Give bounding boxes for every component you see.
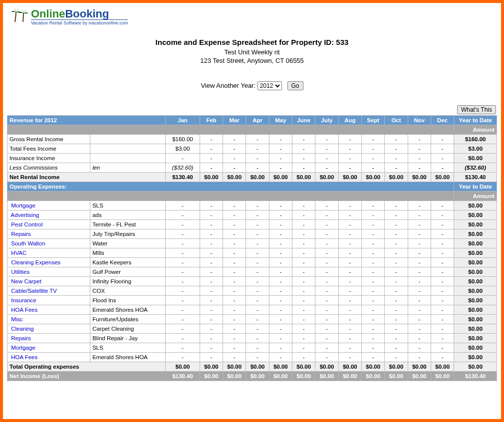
category-name[interactable]: Cleaning Expenses bbox=[7, 257, 90, 267]
cell: - bbox=[223, 286, 246, 295]
cell: - bbox=[385, 163, 408, 172]
cell: - bbox=[362, 238, 385, 248]
category-name[interactable]: Advertising bbox=[7, 210, 90, 219]
cell: - bbox=[431, 210, 454, 219]
cell: - bbox=[200, 153, 223, 163]
cell: - bbox=[269, 333, 292, 343]
page-title: Income and Expense Spreadsheet for Prope… bbox=[7, 38, 497, 46]
cell: - bbox=[431, 229, 454, 238]
category-name[interactable]: HOA Fees bbox=[7, 352, 90, 362]
cell: - bbox=[338, 305, 361, 314]
cell: - bbox=[200, 333, 223, 343]
cell: $0.00 bbox=[246, 172, 269, 182]
category-desc: Infinity Flooring bbox=[90, 276, 166, 286]
logo: OnlineBooking Vacation Rental Software b… bbox=[7, 7, 497, 29]
year-select[interactable]: 2012 bbox=[257, 81, 282, 90]
category-link[interactable]: HVAC bbox=[11, 250, 26, 256]
ytd-cell: $0.00 bbox=[454, 362, 497, 371]
cell: - bbox=[408, 286, 431, 295]
category-link[interactable]: New Carpet bbox=[11, 278, 41, 284]
cell: - bbox=[246, 229, 269, 238]
cell: - bbox=[269, 238, 292, 248]
cell: - bbox=[431, 276, 454, 286]
cell: - bbox=[362, 248, 385, 257]
ytd-cell: $0.00 bbox=[454, 286, 497, 295]
category-desc: Termite - FL Pest bbox=[90, 219, 166, 229]
category-link[interactable]: South Walton bbox=[11, 240, 45, 246]
ytd-cell: $0.00 bbox=[454, 295, 497, 305]
category-name[interactable]: Cable/Satellite TV bbox=[7, 286, 90, 295]
cell: - bbox=[223, 229, 246, 238]
category-link[interactable]: HOA Fees bbox=[11, 307, 37, 313]
category-link[interactable]: Utilities bbox=[11, 269, 29, 275]
category-link[interactable]: Misc bbox=[11, 316, 23, 322]
category-link[interactable]: Cable/Satellite TV bbox=[11, 288, 57, 294]
cell: $0.00 bbox=[431, 172, 454, 182]
cell: - bbox=[269, 219, 292, 229]
category-name[interactable]: South Walton bbox=[7, 238, 90, 248]
cell: - bbox=[292, 286, 315, 295]
category-link[interactable]: Cleaning bbox=[11, 326, 33, 332]
category-link[interactable]: Repairs bbox=[11, 335, 31, 341]
ytd-cell: $130.40 bbox=[454, 172, 497, 182]
cell: - bbox=[269, 276, 292, 286]
cell: $0.00 bbox=[223, 362, 246, 371]
cell: - bbox=[269, 295, 292, 305]
category-name[interactable]: Mortgage bbox=[7, 343, 90, 352]
revenue-heading: Revenue for 2012 bbox=[7, 115, 166, 125]
cell: - bbox=[166, 229, 200, 238]
category-link[interactable]: Pest Control bbox=[11, 221, 42, 227]
category-link[interactable]: Advertising bbox=[11, 212, 39, 218]
cell: - bbox=[408, 257, 431, 267]
cell: - bbox=[408, 229, 431, 238]
cell: - bbox=[362, 286, 385, 295]
cell: - bbox=[315, 248, 338, 257]
category-link[interactable]: Repairs bbox=[11, 231, 31, 237]
category-desc: Carpet Cleaning bbox=[90, 324, 166, 333]
category-link[interactable]: HOA Fees bbox=[11, 354, 37, 360]
cell: - bbox=[315, 219, 338, 229]
category-name[interactable]: Repairs bbox=[7, 333, 90, 343]
category-name[interactable]: Mortgage bbox=[7, 201, 90, 210]
category-name[interactable]: Repairs bbox=[7, 229, 90, 238]
cell: - bbox=[223, 305, 246, 314]
cell: - bbox=[223, 134, 246, 144]
cell: - bbox=[431, 201, 454, 210]
cell: - bbox=[315, 267, 338, 276]
category-link[interactable]: Cleaning Expenses bbox=[11, 259, 60, 265]
cell: - bbox=[269, 324, 292, 333]
cell: $0.00 bbox=[200, 371, 223, 381]
category-name[interactable]: HVAC bbox=[7, 248, 90, 257]
go-button[interactable]: Go bbox=[287, 81, 303, 90]
cell: - bbox=[223, 238, 246, 248]
cell: - bbox=[166, 286, 200, 295]
category-link[interactable]: Mortgage bbox=[11, 203, 35, 209]
category-name[interactable]: HOA Fees bbox=[7, 305, 90, 314]
table-row: CleaningCarpet Cleaning------------$0.00 bbox=[7, 324, 497, 333]
cell: $0.00 bbox=[408, 172, 431, 182]
cell: - bbox=[362, 333, 385, 343]
cell: - bbox=[223, 201, 246, 210]
cell: - bbox=[408, 144, 431, 153]
category-link[interactable]: Insurance bbox=[11, 297, 36, 303]
table-row: MortgageSLS------------$0.00 bbox=[7, 343, 497, 352]
cell: - bbox=[362, 343, 385, 352]
category-name[interactable]: New Carpet bbox=[7, 276, 90, 286]
amount-heading: Amount bbox=[454, 191, 497, 201]
cell: - bbox=[200, 276, 223, 286]
cell: - bbox=[246, 295, 269, 305]
ytd-cell: $0.00 bbox=[454, 276, 497, 286]
whats-this-button[interactable]: What's This bbox=[457, 105, 496, 114]
category-name[interactable]: Misc bbox=[7, 314, 90, 324]
cell: - bbox=[223, 153, 246, 163]
ytd-cell: $0.00 bbox=[454, 248, 497, 257]
category-name[interactable]: Utilities bbox=[7, 267, 90, 276]
category-name[interactable]: Insurance bbox=[7, 295, 90, 305]
cell: - bbox=[166, 276, 200, 286]
cell: - bbox=[408, 333, 431, 343]
category-name[interactable]: Cleaning bbox=[7, 324, 90, 333]
cell: - bbox=[338, 153, 361, 163]
revenue-header-row: Revenue for 2012JanFebMarAprMayJuneJulyA… bbox=[7, 115, 497, 125]
category-link[interactable]: Mortgage bbox=[11, 345, 35, 351]
category-name[interactable]: Pest Control bbox=[7, 219, 90, 229]
